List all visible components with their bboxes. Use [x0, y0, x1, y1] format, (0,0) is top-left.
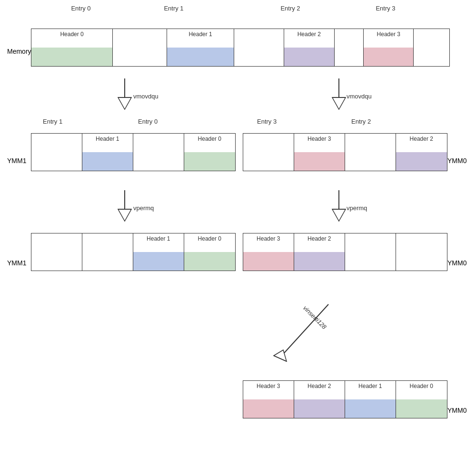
ymm0-r4-cell-2: Header 1 [345, 381, 396, 418]
ymm0-block-row2: Header 3 Header 2 [243, 133, 447, 171]
ymm0-r3-cell-3 [396, 233, 447, 271]
svg-marker-5 [332, 97, 346, 109]
ymm0-r3-cell-2 [345, 233, 396, 271]
ymm0-label-row4: YMM0 [447, 407, 466, 414]
entry-label-1: Entry 1 [148, 5, 200, 12]
ymm1-r3-cell-3: Header 0 [184, 233, 236, 271]
ymm0-block-row3: Header 3 Header 2 [243, 233, 447, 271]
ymm0-entry-label-2: Entry 2 [351, 118, 371, 125]
memory-cell-label-2: Header 1 [188, 31, 212, 38]
ymm1-r3-cell-1 [82, 233, 134, 271]
memory-cell-5 [335, 29, 364, 66]
ymm0-r4-cell-label-2: Header 1 [358, 383, 382, 389]
ymm1-r3-cell-2: Header 1 [133, 233, 184, 271]
ymm0-r4-cell-label-3: Header 0 [410, 383, 433, 389]
ymm0-r4-cell-label-0: Header 3 [257, 383, 280, 389]
memory-label: Memory [7, 48, 31, 55]
entry-label-3: Entry 3 [359, 5, 412, 12]
ymm0-r4-cell-0: Header 3 [243, 381, 294, 418]
ymm1-label-row3: YMM1 [7, 259, 26, 267]
vmovdqu-label-left: vmovdqu [133, 93, 159, 100]
ymm0-entry-label-3: Entry 3 [257, 118, 277, 125]
svg-marker-11 [332, 209, 346, 221]
ymm1-block-row2: Header 1 Header 0 [31, 133, 236, 171]
ymm0-cell-label-1: Header 3 [307, 136, 331, 142]
ymm0-r3-cell-0: Header 3 [243, 233, 294, 271]
memory-cell-3 [234, 29, 284, 66]
ymm1-r3-cell-label-3: Header 0 [198, 235, 221, 242]
ymm1-cell-0 [31, 134, 82, 171]
ymm1-cell-label-1: Header 1 [96, 136, 119, 142]
ymm0-label-row2: YMM0 [447, 157, 466, 165]
ymm0-cell-label-3: Header 2 [410, 136, 433, 142]
ymm0-r4-cell-label-1: Header 2 [307, 383, 331, 389]
ymm1-cell-2 [133, 134, 184, 171]
ymm0-label-row3: YMM0 [447, 259, 466, 267]
entry-label-0: Entry 0 [55, 5, 107, 12]
memory-cell-7 [414, 29, 449, 66]
ymm1-label-row2: YMM1 [7, 157, 26, 165]
ymm0-cell-3: Header 2 [396, 134, 447, 171]
svg-marker-14 [274, 350, 287, 361]
memory-cell-1 [113, 29, 167, 66]
vinserti128-label: vinserti128 [302, 304, 328, 330]
ymm0-r4-cell-3: Header 0 [396, 381, 447, 418]
ymm1-entry-label-0: Entry 0 [138, 118, 158, 125]
ymm0-cell-0 [243, 134, 294, 171]
entry-label-2: Entry 2 [264, 5, 317, 12]
svg-marker-8 [118, 209, 131, 221]
ymm1-cell-1: Header 1 [82, 134, 134, 171]
ymm1-cell-label-3: Header 0 [198, 136, 221, 142]
svg-marker-2 [118, 97, 131, 109]
ymm0-cell-2 [345, 134, 396, 171]
ymm1-cell-3: Header 0 [184, 134, 236, 171]
memory-cell-4: Header 2 [284, 29, 334, 66]
memory-cell-label-4: Header 2 [298, 31, 321, 38]
ymm0-cell-1: Header 3 [294, 134, 346, 171]
memory-cell-label-0: Header 0 [60, 31, 83, 38]
memory-cell-2: Header 1 [167, 29, 234, 66]
memory-cell-label-6: Header 3 [377, 31, 400, 38]
vpermq-label-right: vpermq [347, 204, 367, 212]
memory-cell-0: Header 0 [31, 29, 113, 66]
ymm0-r3-cell-label-0: Header 3 [257, 235, 280, 242]
ymm0-r4-cell-1: Header 2 [294, 381, 346, 418]
vmovdqu-label-right: vmovdqu [347, 93, 372, 100]
vpermq-label-left: vpermq [133, 204, 154, 212]
svg-line-15 [274, 356, 287, 361]
ymm0-block-row4: Header 3 Header 2 Header 1 Header 0 [243, 380, 447, 418]
memory-cell-6: Header 3 [364, 29, 414, 66]
ymm1-r3-cell-label-2: Header 1 [147, 235, 170, 242]
ymm1-block-row3: Header 1 Header 0 [31, 233, 236, 271]
ymm1-entry-label-1: Entry 1 [43, 118, 62, 125]
memory-block: Header 0 Header 1 Header 2 Header 3 [31, 29, 450, 67]
ymm0-r3-cell-1: Header 2 [294, 233, 346, 271]
ymm0-r3-cell-label-1: Header 2 [307, 235, 331, 242]
ymm1-r3-cell-0 [31, 233, 82, 271]
